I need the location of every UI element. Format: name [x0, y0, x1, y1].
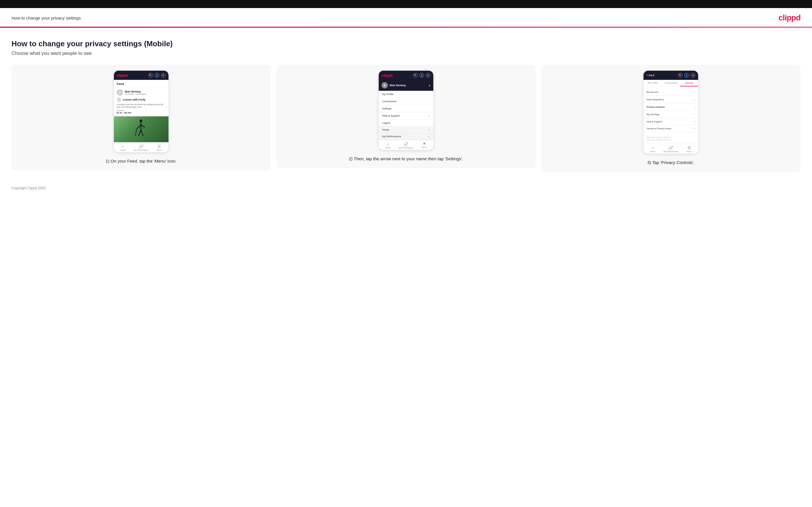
step1-user-row: B Blair McHarg Yesterday · Sunningdale — [117, 89, 166, 96]
step2-menu-overlay: My Profile Connections Settings Help & S… — [379, 91, 433, 140]
svg-line-3 — [141, 125, 145, 127]
step2-app-header: clippd 🔍 👤 ⚙ — [379, 71, 433, 80]
external-link-service-icon: ↗ — [694, 127, 695, 130]
chevron-right-golfbag-icon: › — [695, 113, 695, 116]
nav3-menu[interactable]: ☰ Menu — [680, 146, 698, 153]
settings-icon-3[interactable]: ⚙ — [691, 73, 695, 77]
tab-settings-label: Settings — [685, 81, 693, 84]
step1-user-name: Blair McHarg — [125, 90, 147, 93]
nav3-home[interactable]: ⌂ Home — [644, 146, 662, 153]
step3-settings-tabs: My Profile Connections Settings — [644, 80, 698, 87]
step1-lesson-row: 📋 Lesson with Fordy — [117, 97, 166, 102]
menu-item-myprofile[interactable]: My Profile — [379, 91, 433, 98]
nav3-performance[interactable]: 📈 My Performance — [662, 146, 680, 153]
settings-item-helpsupport2[interactable]: Help & Support ↗ — [644, 118, 698, 125]
settings-item-mygolfbag[interactable]: My Golf Bag › — [644, 111, 698, 118]
step3-back-bar: < Back 🔍 👤 ⚙ — [644, 71, 698, 80]
user-icon[interactable]: 👤 — [155, 73, 159, 77]
search-icon-2[interactable]: 🔍 — [413, 73, 418, 77]
settings-item-myaccount[interactable]: My Account › — [644, 89, 698, 96]
nav3-home-label: Home — [650, 151, 656, 153]
menu-icon: ☰ — [158, 144, 161, 149]
svg-line-2 — [137, 125, 141, 129]
chevron-right-myaccount-icon: › — [695, 91, 695, 94]
menu-item-connections[interactable]: Connections — [379, 98, 433, 105]
footer: Copyright Clippd 2022 — [0, 180, 812, 199]
svg-line-4 — [139, 130, 141, 136]
performance-icon: 📈 — [139, 144, 144, 149]
step2-menu-user-info: B Blair McHarg — [382, 82, 406, 89]
menu-item-settings-label: Settings — [382, 107, 392, 110]
main-content: How to change your privacy settings (Mob… — [0, 28, 812, 180]
chevron-down-performance-icon: ∨ — [428, 135, 430, 138]
nav2-home-label: Home — [385, 147, 391, 149]
external-link-help-icon: ↗ — [694, 121, 695, 123]
menu-section-home-label: Home — [382, 128, 389, 131]
step1-user-info: Blair McHarg Yesterday · Sunningdale — [125, 90, 147, 95]
svg-line-5 — [141, 130, 143, 136]
step2-menu-user-row[interactable]: B Blair McHarg ∧ — [379, 80, 433, 91]
logo: clippd — [779, 13, 801, 22]
user-icon-2[interactable]: 👤 — [419, 73, 424, 77]
menu-icon-3: ☰ — [688, 146, 691, 150]
settings-item-serviceprivacy-label: Service & Privacy Policy — [646, 127, 671, 130]
lesson-icon: 📋 — [117, 97, 121, 102]
menu-item-settings[interactable]: Settings — [379, 105, 433, 112]
step2-header-icons: 🔍 👤 ⚙ — [413, 73, 430, 77]
home-icon: ⌂ — [121, 144, 124, 149]
step2-logo: clippd — [382, 73, 393, 77]
step1-user-sub: Yesterday · Sunningdale — [125, 93, 147, 95]
home-icon-3: ⌂ — [652, 146, 654, 150]
external-link-icon: ↗ — [428, 115, 430, 117]
menu-item-logout-label: Logout — [382, 121, 390, 124]
performance-icon-3: 📈 — [668, 146, 673, 150]
header: How to change your privacy settings clip… — [0, 8, 812, 27]
step3-back-button[interactable]: < Back — [646, 74, 654, 77]
user-icon-3[interactable]: 👤 — [684, 73, 689, 77]
tab-myprofile[interactable]: My Profile — [644, 80, 662, 87]
settings-item-mygolfbag-label: My Golf Bag — [646, 113, 659, 116]
menu-item-logout[interactable]: Logout — [379, 119, 433, 127]
step1-duration-label: Duration — [117, 109, 166, 111]
settings-item-serviceprivacy[interactable]: Service & Privacy Policy ↗ — [644, 125, 698, 132]
nav2-performance[interactable]: 📈 My Performance — [397, 142, 415, 149]
step1-golf-image — [114, 116, 168, 142]
golfer-silhouette-icon — [135, 119, 148, 140]
step3-header-icons: 🔍 👤 ⚙ — [678, 73, 695, 77]
nav-performance[interactable]: 📈 My Performance — [132, 144, 150, 151]
step3-settings-list: My Account › Data Integrations › Privacy… — [644, 89, 698, 132]
settings-icon[interactable]: ⚙ — [161, 73, 166, 77]
nav2-performance-label: My Performance — [399, 147, 413, 149]
settings-item-dataintegrations-label: Data Integrations — [646, 98, 664, 101]
step-2-card: clippd 🔍 👤 ⚙ B Blair McHarg ∧ — [276, 65, 536, 168]
nav-menu[interactable]: ☰ Menu — [150, 144, 168, 151]
search-icon[interactable]: 🔍 — [148, 73, 153, 77]
step-1-description: 1) On your Feed, tap the 'Menu' icon. — [105, 158, 176, 165]
step-1-card: clippd 🔍 👤 ⚙ Feed B Blair McHarg — [11, 65, 270, 170]
search-icon-3[interactable]: 🔍 — [678, 73, 682, 77]
menu-section-home[interactable]: Home ∨ — [379, 127, 433, 133]
close-icon: ✕ — [423, 142, 425, 146]
settings-item-privacycontrols[interactable]: Privacy Controls › — [644, 103, 698, 111]
menu-item-helpsupport-label: Help & Support — [382, 114, 400, 117]
performance-icon-2: 📈 — [404, 142, 408, 146]
chevron-up-icon: ∧ — [428, 84, 430, 87]
tab-connections[interactable]: Connections — [662, 80, 680, 87]
chevron-right-data-icon: › — [695, 98, 695, 101]
step1-feed-tab: Feed — [114, 80, 168, 87]
settings-item-dataintegrations[interactable]: Data Integrations › — [644, 96, 698, 103]
settings-icon-2[interactable]: ⚙ — [426, 73, 430, 77]
menu-item-helpsupport[interactable]: Help & Support ↗ — [379, 112, 433, 119]
nav3-performance-label: My Performance — [664, 151, 678, 153]
tab-settings[interactable]: Settings — [680, 80, 698, 87]
step1-app-header: clippd 🔍 👤 ⚙ — [114, 71, 168, 80]
step-1-phone: clippd 🔍 👤 ⚙ Feed B Blair McHarg — [114, 71, 168, 152]
menu-item-myprofile-label: My Profile — [382, 93, 394, 96]
nav2-menu[interactable]: ✕ Menu — [415, 142, 433, 149]
nav2-home[interactable]: ⌂ Home — [379, 142, 397, 149]
page-heading: How to change your privacy settings (Mob… — [11, 39, 801, 48]
nav-home[interactable]: ⌂ Home — [114, 144, 132, 151]
nav3-menu-label: Menu — [687, 151, 692, 153]
menu-section-performance[interactable]: My Performance ∨ — [379, 133, 433, 140]
step2-user-name: Blair McHarg — [390, 84, 406, 87]
